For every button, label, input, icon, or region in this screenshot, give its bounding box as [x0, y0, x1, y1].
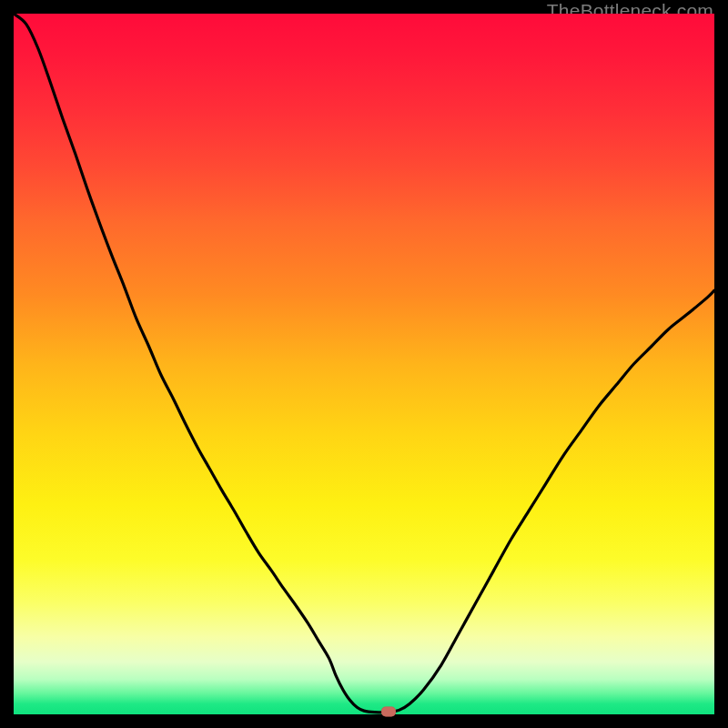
optimum-marker — [381, 707, 396, 717]
plot-area — [14, 14, 714, 714]
chart-frame: TheBottleneck.com — [0, 0, 728, 728]
bottleneck-curve — [14, 14, 714, 714]
